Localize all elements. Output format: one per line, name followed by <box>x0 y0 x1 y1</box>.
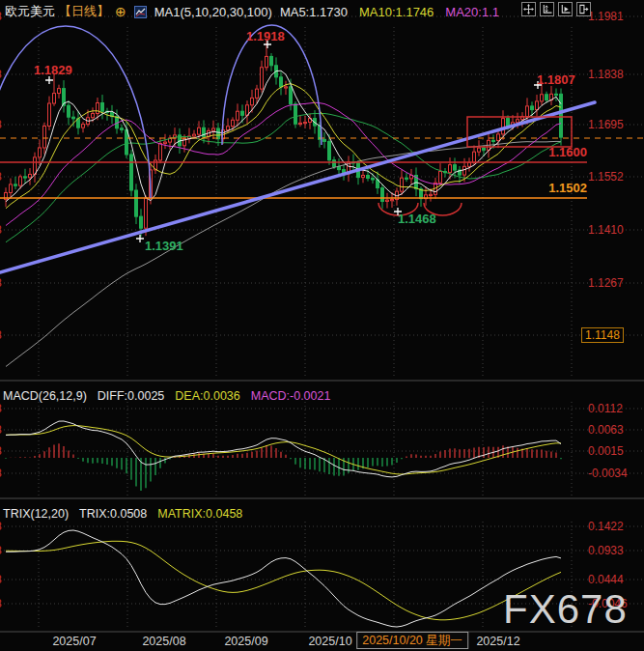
boxed-axis-label: 1.1148 <box>581 327 624 343</box>
macd-layer <box>6 421 561 491</box>
trendline <box>0 102 595 272</box>
expand-icon[interactable]: ⊕ <box>115 4 126 19</box>
ellipse-annotation-1 <box>0 26 151 198</box>
crosshair-date-label: 2025/10/20 星期一 <box>356 632 468 649</box>
y-axis-label: 0.0015 <box>588 444 624 458</box>
macd-name: MACD(26,12,9) <box>3 389 87 403</box>
ma10-value: MA10:1.1746 <box>359 5 434 19</box>
chart-canvas[interactable]: 888888888888888 <box>0 0 644 651</box>
svg-text:8: 8 <box>0 467 2 480</box>
x-axis-label: 2025/12 <box>476 635 519 648</box>
indicator-chart-icon[interactable] <box>134 6 147 18</box>
y-axis-label: 1.1552 <box>588 170 624 184</box>
resistance-level-label: 1.1600 <box>548 145 587 159</box>
x-axis-label: 2025/08 <box>142 635 185 648</box>
pan-icon[interactable] <box>521 2 536 16</box>
axis-scale-icon[interactable] <box>540 2 554 16</box>
dea-line <box>6 426 561 474</box>
y-axis-label: 0.1422 <box>588 520 624 533</box>
watermark: FX678 <box>503 586 628 633</box>
svg-text:8: 8 <box>0 118 2 131</box>
svg-text:8: 8 <box>0 444 2 458</box>
svg-text:8: 8 <box>0 68 2 81</box>
price-label-low-1: 1.1391 <box>145 239 183 253</box>
price-label-high-2: 1.1918 <box>246 29 285 43</box>
y-axis-label: 0.0112 <box>588 402 623 415</box>
diff-line <box>6 421 561 477</box>
ma-lines-layer <box>6 71 561 366</box>
price-label-high-3: 1.1807 <box>537 72 575 87</box>
topbar: 欧元美元 【日线】 ⊕ MA1(5,10,20,30,100) MA5:1.17… <box>5 3 499 20</box>
ma30-line <box>6 114 561 242</box>
goto-latest-icon[interactable] <box>558 2 573 16</box>
x-axis-label: 2025/10 <box>308 635 351 648</box>
ma5-value: MA5:1.1730 <box>280 5 348 19</box>
y-axis-label: 0.0933 <box>588 544 624 557</box>
macd-legend: MACD(26,12,9) DIFF:0.0025 DEA:0.0036 MAC… <box>3 389 330 403</box>
svg-text:8: 8 <box>0 544 2 557</box>
price-label-high-1: 1.1829 <box>34 63 72 77</box>
y-axis-label: 1.1838 <box>588 68 624 81</box>
svg-text:8: 8 <box>0 402 2 415</box>
exit-icon[interactable] <box>576 2 591 16</box>
macd-diff-value: DIFF:0.0025 <box>98 389 164 403</box>
matrix-line <box>6 541 561 620</box>
trix-legend: TRIX(12,20) TRIX:0.0508 MATRIX:0.0458 <box>3 507 242 521</box>
svg-text:8: 8 <box>0 423 2 437</box>
ma20-value: MA20:1.1 <box>445 5 499 19</box>
y-axis-label: 1.1267 <box>588 276 624 290</box>
svg-text:8: 8 <box>0 170 2 184</box>
svg-text:8: 8 <box>0 573 2 586</box>
y-axis-label: 0.0444 <box>588 573 624 586</box>
ma-group-label: MA1(5,10,20,30,100) <box>154 5 272 19</box>
trix-value: TRIX:0.0508 <box>79 507 147 521</box>
cross-marker <box>45 76 53 84</box>
left-axis-fragments: 888888888888888 <box>0 10 2 610</box>
svg-text:8: 8 <box>0 597 2 610</box>
chart-toolbar <box>521 2 591 16</box>
matrix-value: MATRIX:0.0458 <box>157 507 242 521</box>
x-axis-label: 2025/09 <box>224 635 267 648</box>
cross-marker <box>136 235 144 242</box>
trix-line <box>6 530 561 627</box>
price-label-low-2: 1.1468 <box>398 212 436 226</box>
trix-name: TRIX(12,20) <box>3 507 69 521</box>
macd-dea-value: DEA:0.0036 <box>175 389 239 403</box>
support-level-label: 1.1502 <box>548 181 587 195</box>
macd-macd-value: MACD:-0.0021 <box>251 389 331 403</box>
svg-text:8: 8 <box>0 276 2 290</box>
symbol-title: 欧元美元 <box>5 3 55 20</box>
period-label: 【日线】 <box>59 3 109 20</box>
y-axis-label: 1.1981 <box>588 10 624 23</box>
ma100-line <box>6 141 561 366</box>
trix-layer <box>6 530 561 627</box>
svg-text:8: 8 <box>0 223 2 237</box>
y-axis-label: 1.1410 <box>588 223 624 237</box>
y-axis-label: -0.0034 <box>588 467 628 480</box>
x-axis-label: 2025/07 <box>52 635 96 648</box>
svg-text:8: 8 <box>0 328 2 342</box>
svg-text:8: 8 <box>0 10 2 23</box>
y-axis-label: 1.1695 <box>588 118 624 131</box>
y-axis-label: 0.0063 <box>588 423 624 437</box>
svg-text:8: 8 <box>0 520 2 533</box>
